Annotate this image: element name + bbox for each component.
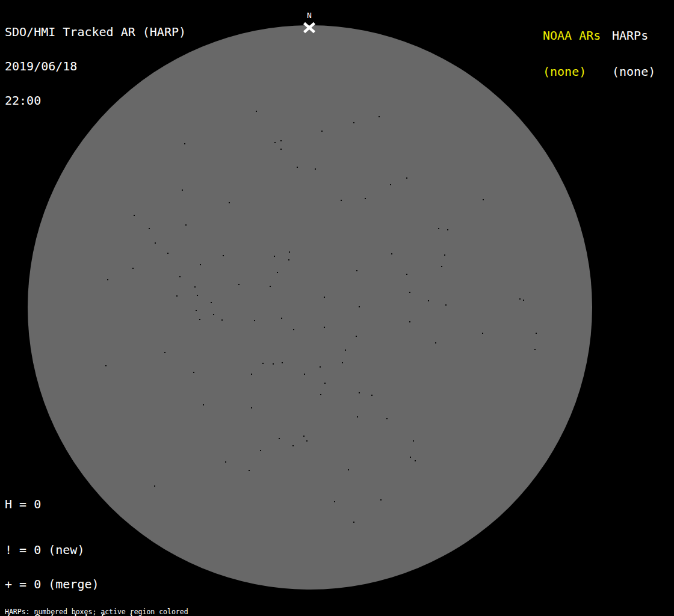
dark-speck: [273, 363, 274, 365]
dark-speck: [447, 229, 448, 230]
dark-speck: [282, 362, 283, 363]
dark-speck: [348, 469, 349, 470]
dark-speck: [324, 327, 325, 328]
dark-speck: [334, 501, 335, 502]
dark-speck: [251, 374, 252, 375]
dark-speck: [132, 268, 134, 269]
dark-speck: [289, 251, 290, 253]
dark-speck: [256, 111, 257, 112]
dark-speck: [179, 276, 181, 277]
dark-speck: [415, 460, 416, 461]
dark-speck: [229, 202, 230, 203]
dark-speck: [203, 404, 204, 405]
dark-speck: [359, 306, 360, 307]
dark-speck: [409, 292, 410, 293]
dark-speck: [536, 333, 537, 334]
dark-speck: [292, 445, 294, 446]
dark-speck: [303, 436, 305, 437]
dark-speck: [356, 270, 357, 271]
harps-value: (none): [612, 66, 655, 78]
dark-speck: [445, 304, 447, 306]
dark-speck: [438, 228, 439, 229]
dark-speck: [483, 199, 484, 200]
dark-speck: [413, 440, 414, 442]
dark-speck: [193, 372, 194, 373]
dark-speck: [134, 215, 135, 216]
dark-speck: [365, 198, 366, 199]
dark-speck: [280, 140, 282, 141]
dark-speck: [534, 349, 536, 350]
dark-speck: [435, 342, 436, 343]
dark-speck: [441, 266, 442, 267]
dark-speck: [149, 228, 150, 229]
dark-speck: [357, 416, 358, 417]
north-direction-label: N: [304, 11, 315, 19]
dark-speck: [320, 366, 321, 368]
dark-speck: [315, 168, 316, 170]
dark-speck: [409, 321, 410, 322]
dark-speck: [200, 264, 201, 265]
dark-speck: [523, 300, 524, 301]
legend-line-merge: + = 0 (merge): [5, 579, 143, 590]
dark-speck: [428, 300, 429, 301]
dark-speck: [359, 392, 360, 393]
dark-speck: [320, 394, 321, 395]
dark-speck: [519, 298, 521, 300]
dark-speck: [199, 319, 200, 320]
harp-count: H = 0: [5, 499, 41, 510]
dark-speck: [225, 461, 226, 463]
observation-time: 22:00: [5, 95, 186, 106]
dark-speck: [260, 450, 261, 451]
dark-speck: [390, 184, 391, 185]
harps-label: HARPs: [612, 29, 655, 42]
dark-speck: [280, 149, 282, 150]
dark-speck: [270, 286, 271, 287]
dark-speck: [297, 167, 298, 168]
dark-speck: [221, 319, 223, 321]
dark-speck: [293, 329, 294, 330]
dark-speck: [410, 457, 411, 458]
dark-speck: [391, 253, 392, 254]
dark-speck: [213, 314, 214, 315]
dark-speck: [324, 297, 325, 298]
dark-speck: [406, 274, 407, 275]
dark-speck: [155, 242, 156, 244]
dark-speck: [223, 255, 224, 256]
dark-speck: [176, 295, 178, 297]
dark-speck: [281, 318, 282, 319]
observation-date: 2019/06/18: [5, 61, 186, 72]
dark-speck: [306, 440, 308, 442]
dark-speck: [371, 395, 373, 396]
dark-speck: [386, 418, 388, 419]
dark-speck: [482, 333, 483, 334]
page-title: SDO/HMI Tracked AR (HARP): [5, 26, 186, 38]
dark-speck: [107, 279, 108, 280]
dark-speck: [345, 350, 346, 351]
dark-speck: [324, 383, 326, 384]
dark-speck: [341, 200, 342, 201]
dark-speck: [304, 374, 305, 375]
dark-speck: [288, 259, 289, 260]
dark-speck: [444, 254, 445, 256]
legend-line-new: ! = 0 (new): [5, 544, 143, 556]
dark-speck: [380, 499, 382, 500]
dark-speck: [184, 143, 185, 144]
noaa-ars-value: (none): [543, 66, 601, 78]
solar-harp-visualization: SDO/HMI Tracked AR (HARP) 2019/06/18 22:…: [0, 0, 674, 616]
dark-speck: [211, 302, 212, 303]
dark-speck: [164, 352, 165, 353]
dark-speck: [238, 284, 240, 285]
dark-speck: [342, 362, 343, 363]
dark-speck: [321, 131, 323, 132]
dark-speck: [249, 470, 250, 471]
north-cross-icon: [303, 22, 316, 34]
dark-speck: [196, 310, 197, 311]
dark-speck: [251, 407, 252, 408]
dark-speck: [356, 336, 357, 337]
caption-block: HARPs: numbered boxes; active region col…: [5, 596, 247, 616]
dark-speck: [379, 116, 380, 117]
dark-speck: [353, 122, 354, 123]
dark-speck: [185, 224, 187, 226]
dark-speck: [194, 286, 196, 288]
noaa-ars-label: NOAA ARs: [543, 29, 601, 42]
